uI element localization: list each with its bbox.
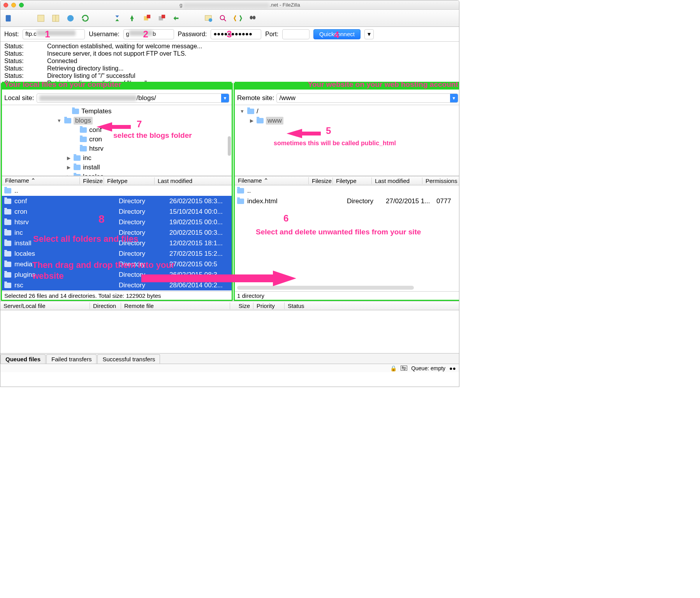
local-selection-summary: Selected 26 files and 14 directories. To…: [2, 291, 232, 300]
filter-icon[interactable]: [218, 14, 228, 23]
file-row[interactable]: pluginsDirectory26/02/2015 08:3...: [2, 269, 232, 280]
file-row[interactable]: mediaDirectory27/02/2015 00:5: [2, 259, 232, 269]
remote-directory-tree[interactable]: ▼/▶www: [235, 105, 459, 176]
zoom-window-button[interactable]: [19, 3, 24, 7]
cell-filename: media: [14, 260, 105, 268]
col-filetype[interactable]: Filetype: [333, 178, 372, 184]
col-size[interactable]: Size: [230, 303, 253, 309]
file-row[interactable]: ..: [2, 185, 232, 196]
search-icon[interactable]: [248, 14, 257, 23]
host-input[interactable]: ftp.c 1: [23, 29, 85, 39]
folder-icon: [4, 188, 11, 193]
file-row[interactable]: localesDirectory27/02/2015 15:2...: [2, 248, 232, 259]
toggle-tree-icon[interactable]: [51, 14, 60, 23]
disclosure-triangle-icon[interactable]: ▶: [249, 118, 254, 123]
sync-browse-icon[interactable]: [204, 14, 213, 23]
col-filetype[interactable]: Filetype: [104, 178, 155, 184]
directory-compare-icon[interactable]: [233, 14, 243, 23]
username-input[interactable]: gb 2: [123, 29, 174, 39]
disclosure-triangle-icon[interactable]: ▼: [239, 109, 245, 114]
tree-item[interactable]: htsrv: [2, 144, 232, 153]
tree-item[interactable]: ▶locales: [2, 172, 232, 176]
local-file-list-header[interactable]: Filename ⌃ Filesize Filetype Last modifi…: [2, 176, 232, 185]
tree-item-label: cron: [89, 135, 102, 143]
tree-item[interactable]: ▶inc: [2, 153, 232, 163]
quickconnect-history-dropdown[interactable]: ▾: [364, 29, 374, 39]
minimize-window-button[interactable]: [11, 3, 16, 7]
chevron-down-icon[interactable]: ▼: [221, 94, 229, 102]
folder-icon: [247, 109, 254, 114]
tree-item-label: www: [266, 117, 283, 125]
file-row[interactable]: installDirectory12/02/2015 18:1...: [2, 238, 232, 248]
tree-item[interactable]: ▼/: [235, 107, 459, 116]
tree-item[interactable]: cron: [2, 135, 232, 144]
disconnect-icon[interactable]: [142, 14, 151, 23]
tree-item[interactable]: Templates: [2, 107, 232, 116]
toggle-log-icon[interactable]: [36, 14, 46, 23]
file-row[interactable]: incDirectory20/02/2015 00:3...: [2, 227, 232, 238]
local-site-combo[interactable]: /blogs/ ▼: [37, 93, 229, 103]
scrollbar-horizontal[interactable]: [237, 286, 414, 290]
queue-header[interactable]: Server/Local file Direction Remote file …: [0, 301, 459, 310]
col-priority[interactable]: Priority: [253, 303, 285, 309]
chevron-down-icon[interactable]: ▼: [450, 94, 458, 102]
col-lastmodified[interactable]: Last modified: [372, 178, 422, 184]
cell-filetype: Directory: [119, 229, 169, 237]
file-row[interactable]: confDirectory26/02/2015 08:3...: [2, 196, 232, 206]
col-filesize[interactable]: Filesize: [309, 178, 333, 184]
remote-file-list-header[interactable]: Filename ⌃ Filesize Filetype Last modifi…: [235, 176, 459, 185]
file-row[interactable]: cronDirectory15/10/2014 00:0...: [2, 206, 232, 217]
file-row[interactable]: htsrvDirectory19/02/2015 00:0...: [2, 217, 232, 227]
remote-file-list[interactable]: ..index.htmlDirectory27/02/2015 1...0777: [235, 185, 459, 291]
remote-site-combo[interactable]: /www ▼: [276, 93, 458, 103]
disclosure-triangle-icon[interactable]: ▼: [56, 118, 62, 123]
col-filename[interactable]: Filename ⌃: [235, 177, 309, 184]
col-server-localfile[interactable]: Server/Local file: [0, 303, 90, 309]
col-status[interactable]: Status: [285, 303, 459, 309]
file-row[interactable]: rscDirectory28/06/2014 00:2...: [2, 280, 232, 290]
col-direction[interactable]: Direction: [90, 303, 121, 309]
folder-icon: [237, 188, 244, 193]
file-row[interactable]: ..: [235, 185, 459, 196]
local-site-row: Local site: /blogs/ ▼: [2, 91, 232, 105]
tab-successful-transfers[interactable]: Successful transfers: [97, 354, 160, 364]
refresh-icon[interactable]: [81, 14, 90, 23]
log-message: Connected: [47, 57, 77, 65]
col-remotefile[interactable]: Remote file: [121, 303, 230, 309]
tab-failed-transfers[interactable]: Failed transfers: [46, 354, 97, 364]
toggle-queue-icon[interactable]: [66, 14, 75, 23]
message-log[interactable]: Status:Connection established, waiting f…: [0, 42, 459, 83]
cancel-icon[interactable]: [127, 14, 137, 23]
quickconnect-button[interactable]: Quickconnect 4: [313, 29, 361, 39]
tree-item[interactable]: ▶install: [2, 163, 232, 172]
queue-body[interactable]: [0, 310, 459, 353]
local-file-list[interactable]: ..confDirectory26/02/2015 08:3...cronDir…: [2, 185, 232, 291]
folder-icon: [4, 283, 11, 288]
scrollbar-thumb[interactable]: [228, 136, 231, 156]
local-directory-tree[interactable]: Templates▼blogsconfcronhtsrv▶inc▶install…: [2, 105, 232, 176]
process-queue-icon[interactable]: [113, 14, 122, 23]
col-filename[interactable]: Filename ⌃: [2, 177, 80, 184]
close-window-button[interactable]: [4, 3, 8, 7]
col-filesize[interactable]: Filesize: [80, 178, 104, 184]
tab-queued-files[interactable]: Queued files: [0, 354, 46, 364]
disclosure-triangle-icon[interactable]: ▶: [66, 155, 71, 161]
disclosure-triangle-icon[interactable]: ▶: [66, 165, 71, 170]
queue-indicator-icon: ●●: [449, 365, 456, 371]
tree-item[interactable]: ▼blogs: [2, 116, 232, 125]
disclosure-triangle-icon[interactable]: ▶: [66, 174, 71, 176]
file-row[interactable]: index.htmlDirectory27/02/2015 1...0777: [235, 196, 459, 206]
folder-icon: [4, 272, 11, 278]
compare-icon[interactable]: [172, 14, 181, 23]
password-input[interactable]: ●●●●●●●●●●● 3: [211, 29, 261, 39]
svg-point-4: [67, 15, 74, 21]
svg-point-13: [209, 18, 212, 22]
tree-item[interactable]: ▶www: [235, 116, 459, 125]
port-input[interactable]: [282, 29, 310, 39]
col-permissions[interactable]: Permissions: [422, 178, 459, 184]
tree-item[interactable]: conf: [2, 125, 232, 135]
site-manager-icon[interactable]: [4, 14, 14, 23]
reconnect-icon[interactable]: [157, 14, 166, 23]
col-lastmodified[interactable]: Last modified: [155, 178, 232, 184]
cell-filename: cron: [14, 208, 105, 216]
